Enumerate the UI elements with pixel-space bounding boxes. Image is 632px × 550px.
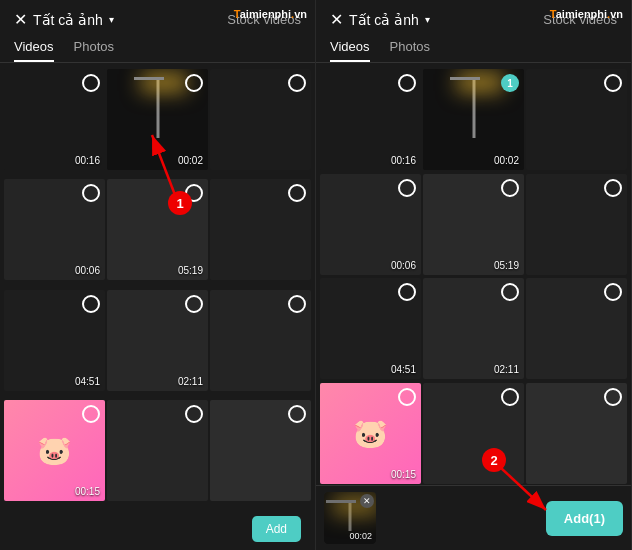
tabs-right: Videos Photos xyxy=(316,35,631,63)
select-circle-r8[interactable] xyxy=(501,283,519,301)
tab-photos-right[interactable]: Photos xyxy=(390,39,430,62)
select-circle-7[interactable] xyxy=(82,295,100,313)
select-circle-r5[interactable] xyxy=(501,179,519,197)
video-thumb-4-left[interactable]: 00:06 xyxy=(4,179,105,280)
tab-videos-right[interactable]: Videos xyxy=(330,39,370,62)
select-circle-9[interactable] xyxy=(288,295,306,313)
duration-4-right: 00:06 xyxy=(391,260,416,271)
header-left-group: ✕ Tất cả ảnh ▾ xyxy=(14,10,114,29)
video-thumb-12-right[interactable] xyxy=(526,383,627,484)
select-circle-r9[interactable] xyxy=(604,283,622,301)
video-thumb-2-left[interactable]: 00:02 xyxy=(107,69,208,170)
video-thumb-6-right[interactable] xyxy=(526,174,627,275)
select-circle-r6[interactable] xyxy=(604,179,622,197)
left-panel: Taimienphi.vn ✕ Tất cả ảnh ▾ Stock video… xyxy=(0,0,316,550)
bottom-bar-right: ✕ 00:02 Add(1) xyxy=(316,485,631,550)
select-circle-r11[interactable] xyxy=(501,388,519,406)
dropdown-arrow-left: ▾ xyxy=(109,14,114,25)
duration-10-left: 00:15 xyxy=(75,486,100,497)
dropdown-label-right[interactable]: Tất cả ảnh xyxy=(349,12,419,28)
duration-1-left: 00:16 xyxy=(75,155,100,166)
selected-video-preview[interactable]: ✕ 00:02 xyxy=(324,492,376,544)
duration-2-right: 00:02 xyxy=(494,155,519,166)
video-thumb-5-left[interactable]: 05:19 xyxy=(107,179,208,280)
duration-5-left: 05:19 xyxy=(178,265,203,276)
tab-videos-left[interactable]: Videos xyxy=(14,39,54,62)
preview-duration: 00:02 xyxy=(349,531,372,541)
close-button-left[interactable]: ✕ xyxy=(14,10,27,29)
header-right-group: ✕ Tất cả ảnh ▾ xyxy=(330,10,430,29)
video-thumb-7-left[interactable]: 04:51 xyxy=(4,290,105,391)
dropdown-label-left[interactable]: Tất cả ảnh xyxy=(33,12,103,28)
select-circle-r4[interactable] xyxy=(398,179,416,197)
video-thumb-1-left[interactable]: 00:16 xyxy=(4,69,105,170)
select-circle-r10[interactable] xyxy=(398,388,416,406)
video-thumb-6-left[interactable] xyxy=(210,179,311,280)
tabs-left: Videos Photos xyxy=(0,35,315,63)
duration-8-right: 02:11 xyxy=(494,364,519,375)
select-circle-r12[interactable] xyxy=(604,388,622,406)
video-grid-right: 00:16 1 00:02 00:06 05:19 xyxy=(316,69,631,485)
video-thumb-8-left[interactable]: 02:11 xyxy=(107,290,208,391)
video-thumb-10-left[interactable]: 🐷 00:15 xyxy=(4,400,105,501)
select-circle-12[interactable] xyxy=(288,405,306,423)
add-button-right[interactable]: Add(1) xyxy=(546,501,623,536)
video-thumb-10-right[interactable]: 🐷 00:15 xyxy=(320,383,421,484)
selection-badge-r2: 1 xyxy=(501,74,519,92)
video-thumb-3-left[interactable] xyxy=(210,69,311,170)
video-thumb-1-right[interactable]: 00:16 xyxy=(320,69,421,170)
duration-1-right: 00:16 xyxy=(391,155,416,166)
select-circle-2[interactable] xyxy=(185,74,203,92)
video-thumb-4-right[interactable]: 00:06 xyxy=(320,174,421,275)
video-thumb-12-left[interactable] xyxy=(210,400,311,501)
select-circle-10[interactable] xyxy=(82,405,100,423)
duration-5-right: 05:19 xyxy=(494,260,519,271)
duration-2-left: 00:02 xyxy=(178,155,203,166)
duration-7-left: 04:51 xyxy=(75,376,100,387)
close-button-right[interactable]: ✕ xyxy=(330,10,343,29)
watermark-left: Taimienphi.vn xyxy=(234,8,307,20)
select-circle-1[interactable] xyxy=(82,74,100,92)
tab-photos-left[interactable]: Photos xyxy=(74,39,114,62)
video-grid-left: 00:16 00:02 00:06 05:19 xyxy=(0,69,315,508)
right-panel: Taimienphi.vn ✕ Tất cả ảnh ▾ Stock video… xyxy=(316,0,632,550)
duration-8-left: 02:11 xyxy=(178,376,203,387)
video-thumb-3-right[interactable] xyxy=(526,69,627,170)
video-thumb-11-right[interactable] xyxy=(423,383,524,484)
bottom-bar-left: Add xyxy=(0,508,315,550)
duration-10-right: 00:15 xyxy=(391,469,416,480)
select-circle-11[interactable] xyxy=(185,405,203,423)
video-thumb-9-left[interactable] xyxy=(210,290,311,391)
video-thumb-2-right[interactable]: 1 00:02 xyxy=(423,69,524,170)
video-thumb-8-right[interactable]: 02:11 xyxy=(423,278,524,379)
duration-7-right: 04:51 xyxy=(391,364,416,375)
dropdown-arrow-right: ▾ xyxy=(425,14,430,25)
select-circle-3[interactable] xyxy=(288,74,306,92)
watermark-right: Taimienphi.vn xyxy=(550,8,623,20)
select-circle-r7[interactable] xyxy=(398,283,416,301)
select-circle-r3[interactable] xyxy=(604,74,622,92)
duration-4-left: 00:06 xyxy=(75,265,100,276)
video-thumb-11-left[interactable] xyxy=(107,400,208,501)
remove-preview-button[interactable]: ✕ xyxy=(360,494,374,508)
add-button-left[interactable]: Add xyxy=(252,516,301,542)
video-thumb-7-right[interactable]: 04:51 xyxy=(320,278,421,379)
select-circle-r1[interactable] xyxy=(398,74,416,92)
video-thumb-9-right[interactable] xyxy=(526,278,627,379)
video-thumb-5-right[interactable]: 05:19 xyxy=(423,174,524,275)
select-circle-8[interactable] xyxy=(185,295,203,313)
